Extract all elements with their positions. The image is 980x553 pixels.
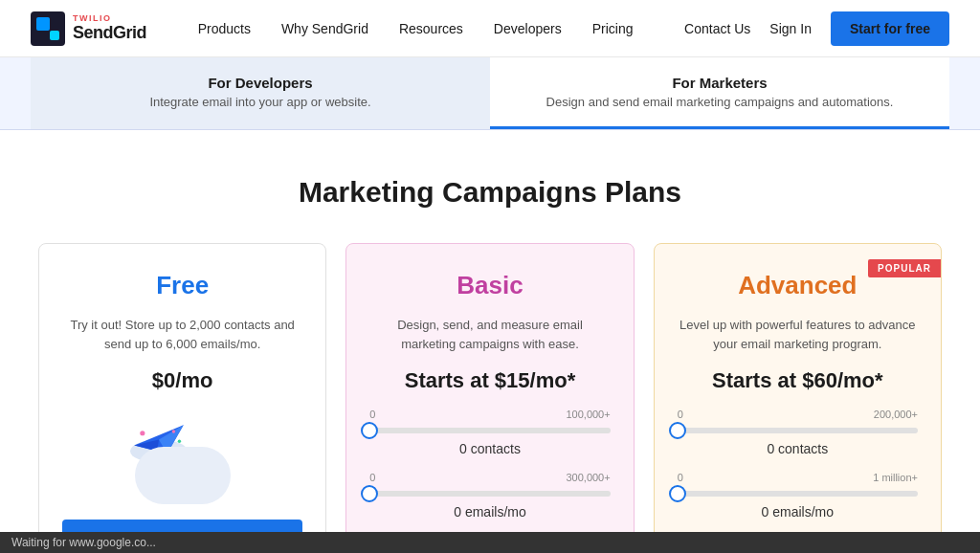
plan-price-basic: Starts at $15/mo* xyxy=(369,368,610,393)
slider-advanced-contacts-track xyxy=(678,428,918,433)
slider-basic-contacts-track xyxy=(369,428,610,433)
slider-basic-emails-max: 300,000+ xyxy=(566,472,610,483)
tab-developers-title: For Developers xyxy=(54,75,467,91)
slider-advanced-contacts-min: 0 xyxy=(678,409,683,420)
slider-basic-emails: 0 300,000+ 0 emails/mo xyxy=(369,472,610,520)
signin-link[interactable]: Sign In xyxy=(769,21,812,36)
slider-basic-emails-min: 0 xyxy=(369,472,375,483)
tab-marketers-title: For Marketers xyxy=(513,75,926,91)
cloud-bg xyxy=(135,447,231,504)
plan-name-basic: Basic xyxy=(369,271,610,300)
tabs-section: For Developers Integrate email into your… xyxy=(0,57,980,130)
svg-point-4 xyxy=(140,431,145,435)
slider-advanced-contacts: 0 200,000+ 0 contacts xyxy=(678,409,918,456)
section-title: Marketing Campaigns Plans xyxy=(38,176,942,209)
tab-developers[interactable]: For Developers Integrate email into your… xyxy=(31,57,490,129)
slider-basic-contacts-thumb[interactable] xyxy=(361,422,378,439)
slider-advanced-emails-labels: 0 1 million+ xyxy=(678,472,918,483)
status-bar: Waiting for www.google.co... xyxy=(0,532,980,553)
slider-basic-emails-track xyxy=(369,491,610,497)
brand-text: TWILIO SendGrid xyxy=(73,13,146,43)
plan-card-free: Free Try it out! Store up to 2,000 conta… xyxy=(38,243,326,553)
slider-basic-contacts-max: 100,000+ xyxy=(566,409,610,420)
slider-advanced-emails-value: 0 emails/mo xyxy=(678,504,918,520)
plan-card-advanced: POPULAR Advanced Level up with powerful … xyxy=(654,243,942,553)
nav-whysendgrid[interactable]: Why SendGrid xyxy=(281,21,368,36)
nav-cta-button[interactable]: Start for free xyxy=(831,11,949,46)
twilio-label: TWILIO xyxy=(73,13,146,23)
slider-advanced-emails-max: 1 million+ xyxy=(873,472,918,483)
slider-advanced-emails: 0 1 million+ 0 emails/mo xyxy=(678,472,918,520)
main-section: Marketing Campaigns Plans Free Try it ou… xyxy=(0,130,980,553)
slider-advanced-emails-min: 0 xyxy=(678,472,683,483)
tab-marketers[interactable]: For Marketers Design and send email mark… xyxy=(490,57,949,129)
nav-pricing[interactable]: Pricing xyxy=(592,21,634,36)
slider-advanced-emails-thumb[interactable] xyxy=(669,485,686,502)
nav-products[interactable]: Products xyxy=(198,21,251,36)
nav-resources[interactable]: Resources xyxy=(399,21,463,36)
plan-cards-row: Free Try it out! Store up to 2,000 conta… xyxy=(38,243,942,553)
paper-plane-wrap xyxy=(125,409,240,504)
nav-developers[interactable]: Developers xyxy=(494,21,562,36)
logo-square-blue xyxy=(36,17,50,31)
slider-basic-contacts-value: 0 contacts xyxy=(369,441,610,456)
tab-developers-subtitle: Integrate email into your app or website… xyxy=(54,95,467,109)
contact-link[interactable]: Contact Us xyxy=(684,21,750,36)
svg-point-5 xyxy=(177,440,180,443)
slider-basic-emails-value: 0 emails/mo xyxy=(369,504,610,520)
slider-advanced-emails-track xyxy=(678,491,918,497)
plan-price-free: $0/mo xyxy=(62,368,302,393)
plan-desc-advanced: Level up with powerful features to advan… xyxy=(678,316,918,353)
nav-links: Products Why SendGrid Resources Develope… xyxy=(198,21,634,36)
logo-square-teal xyxy=(50,31,59,40)
popular-badge: POPULAR xyxy=(868,259,941,277)
plan-name-free: Free xyxy=(62,271,302,300)
slider-basic-emails-thumb[interactable] xyxy=(361,485,378,502)
navbar: TWILIO SendGrid Products Why SendGrid Re… xyxy=(0,0,980,57)
svg-point-7 xyxy=(171,430,174,432)
plan-price-advanced: Starts at $60/mo* xyxy=(678,368,918,393)
logo-area: TWILIO SendGrid xyxy=(31,11,146,46)
slider-advanced-contacts-labels: 0 200,000+ xyxy=(678,409,918,420)
nav-right: Contact Us Sign In Start for free xyxy=(684,11,949,46)
slider-advanced-contacts-value: 0 contacts xyxy=(678,441,918,456)
slider-basic-contacts-labels: 0 100,000+ xyxy=(369,409,610,420)
plan-card-basic: Basic Design, send, and measure email ma… xyxy=(345,243,634,553)
slider-advanced-contacts-max: 200,000+ xyxy=(874,409,918,420)
slider-basic-contacts: 0 100,000+ 0 contacts xyxy=(369,409,610,456)
slider-basic-contacts-min: 0 xyxy=(369,409,375,420)
sendgrid-label: SendGrid xyxy=(73,23,146,43)
tab-marketers-subtitle: Design and send email marketing campaign… xyxy=(513,95,926,109)
logo-icon xyxy=(31,11,65,46)
slider-advanced-contacts-thumb[interactable] xyxy=(669,422,686,439)
plan-illustration-free xyxy=(62,409,302,504)
slider-basic-emails-labels: 0 300,000+ xyxy=(369,472,610,483)
plan-desc-basic: Design, send, and measure email marketin… xyxy=(369,316,610,353)
status-text: Waiting for www.google.co... xyxy=(11,536,156,549)
plan-desc-free: Try it out! Store up to 2,000 contacts a… xyxy=(62,316,302,353)
